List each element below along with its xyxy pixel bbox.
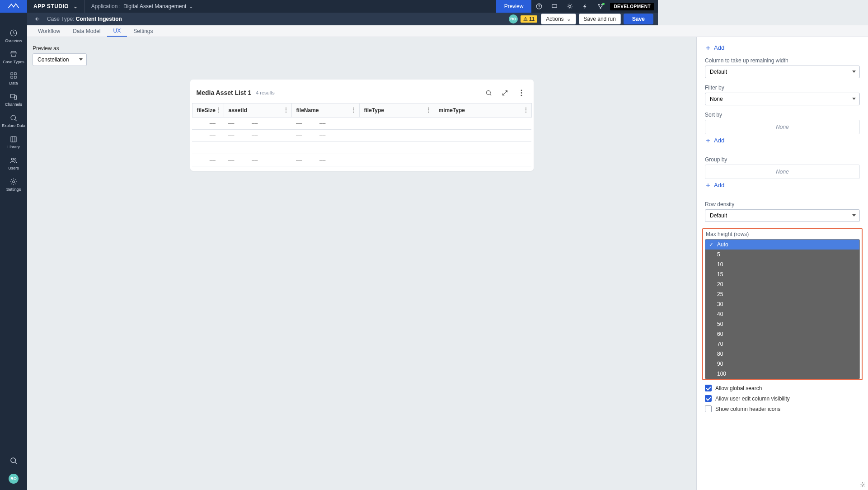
sidebar-label: Case Types <box>3 60 24 64</box>
tab-ux[interactable]: UX <box>107 25 127 37</box>
col-filesize[interactable]: fileSize⋮ <box>192 104 224 118</box>
col-assetid[interactable]: assetId⋮ <box>224 104 291 118</box>
svg-point-18 <box>13 181 15 183</box>
case-type-name: Content Ingestion <box>76 16 122 22</box>
table-row[interactable]: –––––––––– <box>192 130 531 142</box>
cell <box>359 118 434 130</box>
expand-icon <box>502 90 508 96</box>
save-button[interactable]: Save <box>624 14 653 24</box>
cell <box>359 154 434 166</box>
card-search-button[interactable] <box>483 87 495 99</box>
cell: –––– <box>291 154 359 166</box>
preview-as-select-input[interactable]: Constellation <box>33 53 87 66</box>
sidebar-item-explore-data[interactable]: Explore Data <box>0 110 27 132</box>
cell: –– <box>192 118 224 130</box>
col-label: fileType <box>364 107 384 113</box>
col-menu[interactable]: ⋮ <box>216 107 221 113</box>
preview-button[interactable]: Preview <box>496 0 532 13</box>
cell: –––– <box>291 142 359 154</box>
sidebar-item-channels[interactable]: Channels <box>0 89 27 110</box>
pega-logo-icon <box>8 2 19 10</box>
casebar: Case Type: Content Ingestion RO 11 Actio… <box>0 13 658 25</box>
sidebar-item-settings[interactable]: Settings <box>0 174 27 195</box>
col-label: mimeType <box>439 107 465 113</box>
svg-point-16 <box>12 158 14 160</box>
studio-switcher[interactable]: APP STUDIO ⌄ <box>27 3 84 9</box>
col-label: assetId <box>229 107 247 113</box>
bolt-icon[interactable] <box>577 0 593 13</box>
back-button[interactable] <box>32 13 43 25</box>
case-icon <box>9 50 18 58</box>
svg-point-21 <box>521 90 522 91</box>
chevron-down-icon: ⌄ <box>189 3 193 9</box>
sidebar-item-library[interactable]: Library <box>0 132 27 153</box>
sidebar-label: Users <box>8 166 19 170</box>
feedback-icon[interactable] <box>547 0 562 13</box>
media-asset-table: fileSize⋮ assetId⋮ fileName⋮ fileType⋮ m… <box>192 103 532 166</box>
devices-icon <box>9 93 18 101</box>
cell <box>434 154 531 166</box>
sidebar: Overview Case Types Data Channels Explor… <box>0 13 27 372</box>
sidebar-label: Settings <box>6 187 21 192</box>
cell: –– <box>192 142 224 154</box>
application-switcher[interactable]: Application : Digital Asset Management ⌄ <box>85 3 200 9</box>
svg-rect-15 <box>11 137 16 142</box>
col-filetype[interactable]: fileType⋮ <box>359 104 434 118</box>
col-menu[interactable]: ⋮ <box>351 107 357 113</box>
cell: –––– <box>291 118 359 130</box>
svg-point-4 <box>599 4 600 5</box>
col-filename[interactable]: fileName⋮ <box>291 104 359 118</box>
gear-icon <box>9 178 18 186</box>
sidebar-item-case-types[interactable]: Case Types <box>0 47 27 68</box>
app-logo[interactable] <box>0 0 27 13</box>
svg-rect-11 <box>14 76 17 79</box>
card-expand-button[interactable] <box>499 87 511 99</box>
svg-point-23 <box>521 94 522 96</box>
card-more-button[interactable] <box>516 87 527 99</box>
table-row[interactable]: –––––––––– <box>192 118 531 130</box>
svg-rect-2 <box>552 5 557 8</box>
sidebar-item-data[interactable]: Data <box>0 68 27 89</box>
tab-workflow[interactable]: Workflow <box>32 25 66 37</box>
sidebar-item-overview[interactable]: Overview <box>0 25 27 47</box>
table-row[interactable]: –––––––––– <box>192 154 531 166</box>
cell <box>434 118 531 130</box>
studio-name: APP STUDIO <box>33 3 69 9</box>
preview-as-label: Preview as <box>33 45 658 52</box>
canvas: Preview as Constellation Media Asset Lis… <box>27 37 658 372</box>
svg-point-17 <box>14 159 16 160</box>
theme-icon[interactable] <box>562 0 577 13</box>
branches-icon[interactable] <box>593 0 608 13</box>
col-label: fileName <box>296 107 319 113</box>
svg-point-22 <box>521 92 522 94</box>
svg-rect-10 <box>11 76 13 79</box>
table-row[interactable]: –––––––––– <box>192 142 531 154</box>
case-type-label: Case Type: <box>47 16 74 22</box>
svg-point-1 <box>539 8 540 8</box>
help-icon[interactable] <box>531 0 547 13</box>
sidebar-item-users[interactable]: Users <box>0 153 27 174</box>
tab-settings[interactable]: Settings <box>127 25 159 37</box>
col-mimetype[interactable]: mimeType⋮ <box>434 104 531 118</box>
save-and-run-button[interactable]: Save and run <box>579 14 621 24</box>
search-icon <box>485 90 492 96</box>
cell: –––– <box>224 154 291 166</box>
user-avatar[interactable]: RO <box>509 14 518 24</box>
tab-data-model[interactable]: Data Model <box>66 25 107 37</box>
sidebar-label: Overview <box>5 38 22 43</box>
col-menu[interactable]: ⋮ <box>283 107 289 113</box>
sidebar-label: Explore Data <box>2 123 25 128</box>
chevron-down-icon: ⌄ <box>73 3 78 9</box>
svg-rect-9 <box>14 73 17 75</box>
application-name: Digital Asset Management <box>123 3 186 9</box>
col-menu[interactable]: ⋮ <box>426 107 431 113</box>
actions-button[interactable]: Actions⌄ <box>541 14 576 24</box>
cell: –––– <box>224 142 291 154</box>
col-menu[interactable]: ⋮ <box>523 107 529 113</box>
library-icon <box>9 135 18 143</box>
warning-badge[interactable]: 11 <box>521 15 537 23</box>
sidebar-label: Channels <box>5 102 22 107</box>
svg-rect-8 <box>11 73 13 75</box>
preview-as-select[interactable]: Constellation <box>33 53 87 66</box>
svg-point-3 <box>569 5 571 8</box>
